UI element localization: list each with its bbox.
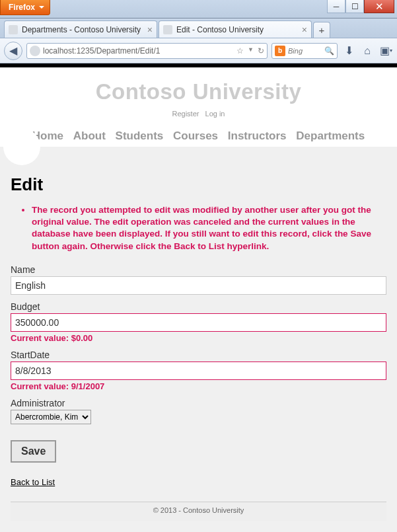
search-icon[interactable]: 🔍 [324, 46, 334, 56]
nav-students[interactable]: Students [116, 130, 164, 142]
input-name[interactable] [11, 276, 386, 295]
login-link[interactable]: Log in [205, 110, 225, 118]
validation-message: The record you attempted to edit was mod… [32, 204, 386, 252]
url-input[interactable] [43, 46, 234, 56]
tab-bar: Departments - Contoso University × Edit … [0, 19, 397, 38]
site-brand: Contoso University [11, 79, 386, 104]
page-footer: © 2013 - Contoso University [11, 502, 386, 521]
chevron-down-icon [39, 6, 44, 9]
nav-instructors[interactable]: Instructors [228, 130, 287, 142]
home-button[interactable]: ⌂ [360, 44, 375, 58]
page-viewport: Contoso University Register Log in Home … [0, 63, 397, 532]
minimize-button[interactable]: ─ [327, 0, 345, 13]
validation-summary: The record you attempted to edit was mod… [11, 204, 386, 252]
favicon-icon [9, 25, 18, 34]
url-bar[interactable]: ☆ ▼ ↻ [26, 43, 268, 59]
save-button[interactable]: Save [11, 440, 56, 463]
input-budget[interactable] [11, 313, 386, 332]
close-button[interactable]: ✕ [364, 0, 394, 13]
bookmark-icon[interactable]: ☆ [236, 46, 244, 56]
browser-toolbar: ◀ ☆ ▼ ↻ b 🔍 ⬇ ⌂ ▣▾ [0, 38, 397, 63]
label-name: Name [11, 264, 386, 275]
dropdown-icon[interactable]: ▼ [248, 46, 254, 56]
nav-courses[interactable]: Courses [173, 130, 218, 142]
avatar-placeholder [3, 128, 40, 165]
tab-title: Departments - Contoso University [22, 25, 141, 34]
downloads-button[interactable]: ⬇ [342, 44, 356, 58]
nav-about[interactable]: About [73, 130, 106, 142]
search-input[interactable] [288, 47, 314, 55]
field-startdate: StartDate Current value: 9/1/2007 [11, 350, 386, 391]
window-controls: ─ ☐ ✕ [327, 0, 394, 13]
favicon-icon [163, 25, 172, 34]
register-link[interactable]: Register [172, 110, 199, 118]
back-button[interactable]: ◀ [4, 42, 22, 60]
current-value-startdate: Current value: 9/1/2007 [11, 381, 386, 391]
input-startdate[interactable] [11, 361, 386, 380]
field-administrator: Administrator Abercrombie, Kim [11, 398, 386, 424]
label-startdate: StartDate [11, 350, 386, 360]
close-tab-icon[interactable]: × [147, 24, 153, 35]
close-tab-icon[interactable]: × [302, 24, 307, 35]
field-name: Name [11, 264, 386, 295]
firefox-menu-button[interactable]: Firefox [0, 0, 50, 15]
bookmarks-button[interactable]: ▣▾ [379, 44, 393, 58]
page-title: Edit [11, 174, 386, 195]
page-header: Contoso University Register Log in Home … [0, 67, 397, 147]
new-tab-button[interactable]: + [313, 22, 330, 38]
back-to-list-link[interactable]: Back to List [11, 477, 55, 487]
field-budget: Budget Current value: $0.00 [11, 301, 386, 343]
browser-tab-active[interactable]: Edit - Contoso University × [159, 20, 312, 38]
firefox-menu-label: Firefox [9, 3, 35, 12]
label-budget: Budget [11, 301, 386, 312]
globe-icon [30, 46, 40, 56]
main-nav: Home About Students Courses Instructors … [11, 130, 386, 143]
page-content: Edit The record you attempted to edit wa… [0, 171, 397, 527]
select-administrator[interactable]: Abercrombie, Kim [11, 410, 91, 424]
nav-departments[interactable]: Departments [296, 130, 365, 142]
maximize-button[interactable]: ☐ [345, 0, 364, 13]
auth-links: Register Log in [11, 110, 386, 118]
browser-tab[interactable]: Departments - Contoso University × [4, 20, 157, 38]
label-administrator: Administrator [11, 398, 386, 408]
tab-title: Edit - Contoso University [176, 25, 264, 34]
reload-icon[interactable]: ↻ [258, 46, 264, 56]
current-value-budget: Current value: $0.00 [11, 333, 386, 343]
bing-icon: b [275, 46, 285, 56]
header-divider [0, 147, 397, 171]
window-titlebar: Firefox ─ ☐ ✕ [0, 0, 397, 19]
search-bar[interactable]: b 🔍 [271, 43, 338, 59]
